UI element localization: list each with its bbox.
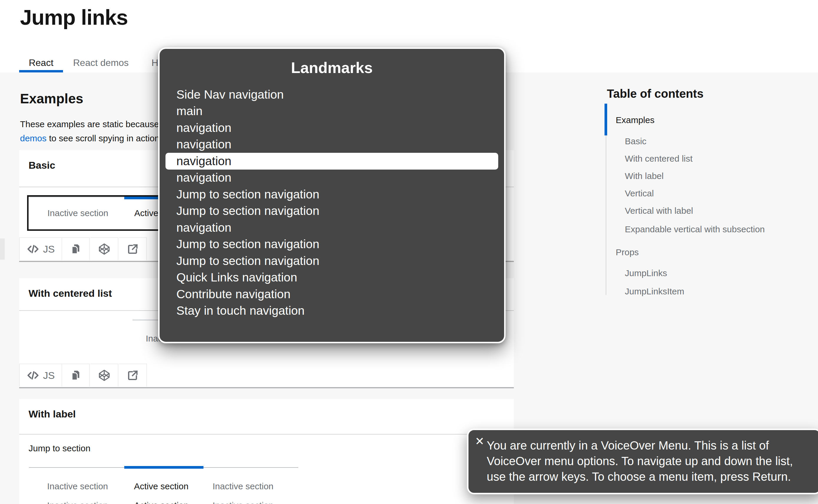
toc-heading: Table of contents <box>607 87 703 100</box>
toc-item-basic[interactable]: Basic <box>625 135 646 147</box>
codepen-button[interactable] <box>90 237 118 260</box>
landmark-item[interactable]: Stay in touch navigation <box>160 303 504 319</box>
external-link-icon <box>127 243 139 255</box>
codepen-button[interactable] <box>90 364 118 387</box>
copy-code-button[interactable] <box>62 237 90 260</box>
clipped-row-inactive-2: Inactive section <box>213 500 274 504</box>
js-label: JS <box>43 370 55 381</box>
close-icon[interactable]: ✕ <box>475 435 484 448</box>
toc-item-vertical-with-label[interactable]: Vertical with label <box>625 205 693 217</box>
voiceover-landmarks-menu: Landmarks Side Nav navigation main navig… <box>158 47 506 343</box>
toc-item-vertical[interactable]: Vertical <box>625 188 654 199</box>
codepen-icon <box>98 243 111 256</box>
landmark-item[interactable]: navigation <box>160 219 504 236</box>
landmark-item[interactable]: Contribute navigation <box>160 286 504 303</box>
voiceover-hint-text: You are currently in a VoiceOver Menu. T… <box>487 438 793 485</box>
codepen-icon <box>98 369 111 382</box>
landmark-item[interactable]: navigation <box>160 120 504 136</box>
card-divider <box>19 434 514 435</box>
landmark-item[interactable]: Jump to section navigation <box>160 253 504 269</box>
toc-active-indicator <box>605 104 607 135</box>
toc-item-jumplinksitem[interactable]: JumpLinksItem <box>625 286 684 297</box>
toc-item-jumplinks[interactable]: JumpLinks <box>625 267 667 279</box>
toc-item-examples[interactable]: Examples <box>616 114 655 126</box>
example-card-with-label: With label Jump to section Inactive sect… <box>19 399 514 504</box>
tab-react-demos[interactable]: React demos <box>73 53 129 72</box>
tab-react-demos-label: React demos <box>73 57 129 68</box>
landmark-item[interactable]: Jump to section navigation <box>160 236 504 253</box>
toc-item-with-label[interactable]: With label <box>625 170 664 182</box>
intro-line-2-rest: to see scroll spying in action. <box>47 133 162 143</box>
landmark-item[interactable]: Side Nav navigation <box>160 86 504 103</box>
js-label: JS <box>43 243 55 255</box>
landmark-item[interactable]: navigation <box>160 136 504 153</box>
intro-line-1: These examples are static because <box>20 117 159 131</box>
hint-line-2: VoiceOver menu options. To navigate up a… <box>487 453 793 469</box>
card-label-title: With label <box>29 408 76 420</box>
card-centered-title: With centered list <box>29 288 112 299</box>
clipped-row-active: Active section <box>134 500 188 504</box>
open-external-button[interactable] <box>119 237 147 260</box>
intro-line-2: demos to see scroll spying in action. <box>20 131 162 145</box>
landmark-item[interactable]: navigation <box>160 170 504 186</box>
jumplink-inactive-2[interactable]: Inactive section <box>213 480 274 492</box>
tab-react-label: React <box>29 57 54 68</box>
external-link-icon <box>127 369 139 382</box>
page-title: Jump links <box>20 5 128 29</box>
landmark-item[interactable]: main <box>160 103 504 120</box>
toc-item-expandable-vertical[interactable]: Expandable vertical with subsection <box>625 223 765 235</box>
landmark-item[interactable]: Quick Links navigation <box>160 269 504 286</box>
code-icon <box>27 243 39 256</box>
toc-item-with-centered-list[interactable]: With centered list <box>625 153 693 165</box>
voiceover-hint-caption: ✕ You are currently in a VoiceOver Menu.… <box>467 429 818 494</box>
code-icon <box>27 369 39 382</box>
jumplinks-label: Jump to section <box>29 442 90 454</box>
show-js-code-button[interactable]: JS <box>19 364 62 387</box>
show-js-code-button[interactable]: JS <box>19 237 62 260</box>
hint-line-1: You are currently in a VoiceOver Menu. T… <box>487 438 793 453</box>
jumplinks-active-indicator <box>124 466 203 469</box>
tab-react[interactable]: React <box>19 53 63 72</box>
copy-icon <box>69 243 82 255</box>
examples-heading: Examples <box>20 91 83 107</box>
toc-item-props[interactable]: Props <box>616 246 639 258</box>
open-external-button[interactable] <box>119 364 147 387</box>
landmarks-menu-title: Landmarks <box>160 59 504 77</box>
copy-code-button[interactable] <box>62 364 90 387</box>
hint-line-3: use the arrow keys. To choose a menu ite… <box>487 469 793 485</box>
jumplink-inactive-1[interactable]: Inactive section <box>47 480 108 492</box>
jumplink-inactive-1[interactable]: Inactive section <box>47 207 108 219</box>
copy-icon <box>69 369 82 382</box>
landmarks-menu-list: Side Nav navigation main navigation navi… <box>160 86 504 319</box>
landmark-item-selected[interactable]: navigation <box>165 153 498 170</box>
landmark-item[interactable]: Jump to section navigation <box>160 186 504 203</box>
landmark-item[interactable]: Jump to section navigation <box>160 203 504 220</box>
clipped-row-inactive-1: Inactive section <box>47 500 108 504</box>
jumplink-active[interactable]: Active section <box>134 480 188 492</box>
card-basic-title: Basic <box>29 160 55 171</box>
demos-link[interactable]: demos <box>20 133 47 143</box>
code-toolbar: JS <box>19 364 514 388</box>
left-edge-strip <box>0 238 5 260</box>
